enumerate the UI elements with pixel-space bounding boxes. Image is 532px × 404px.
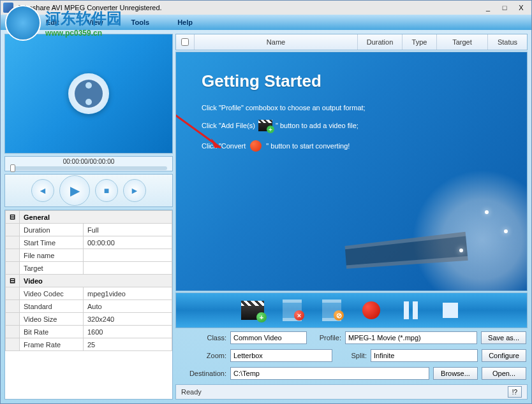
prop-val[interactable] — [84, 249, 172, 262]
add-file-button[interactable]: + — [240, 298, 265, 323]
clapperboard-add-icon: + — [258, 119, 273, 132]
prev-button[interactable]: ◄ — [31, 179, 54, 202]
col-type[interactable]: Type — [402, 34, 436, 50]
prop-key: Duration — [20, 224, 84, 236]
gs-text: " button to add a video file; — [276, 122, 358, 129]
prop-key: Video Size — [20, 313, 84, 326]
prop-key: Video Codec — [20, 287, 84, 300]
sparkle-icon — [459, 249, 463, 252]
minimize-button[interactable]: _ — [480, 2, 496, 13]
prop-val[interactable]: 00:00:00 — [84, 236, 172, 249]
browse-button[interactable]: Browse... — [433, 367, 478, 380]
prop-val[interactable]: 1600 — [84, 326, 172, 338]
gs-line-convert: Click "Convert " button to start convert… — [202, 140, 501, 152]
film-reel-icon — [68, 73, 109, 114]
next-button[interactable]: ► — [123, 179, 146, 202]
zoom-select[interactable]: Letterbox — [230, 349, 332, 362]
disc-decoration-icon — [412, 170, 528, 291]
group-video-label: Video — [20, 275, 172, 287]
prop-key: Bit Rate — [20, 326, 84, 338]
select-all-checkbox[interactable] — [181, 38, 189, 46]
split-label: Split: — [336, 352, 367, 359]
gs-text: Click "Convert — [202, 142, 246, 150]
menu-edit[interactable]: Edit — [46, 18, 59, 26]
stop-button[interactable]: ■ — [95, 179, 118, 202]
prop-val[interactable]: mpeg1video — [84, 287, 172, 300]
split-select[interactable]: Infinite — [371, 349, 478, 362]
app-icon — [3, 3, 13, 13]
menubar: File Edit View Tools Help — [1, 15, 531, 30]
sparkle-icon — [485, 210, 489, 214]
class-label: Class: — [177, 334, 226, 342]
open-button[interactable]: Open... — [482, 367, 526, 380]
file-list-header: Name Duration Type Target Status — [175, 34, 528, 50]
menu-help[interactable]: Help — [177, 18, 193, 26]
prop-key: Target — [20, 262, 84, 275]
profile-select[interactable]: MPEG-1 Movie (*.mpg) — [345, 331, 477, 344]
gs-text: Click "Profile" combobox to choose an ou… — [202, 104, 366, 112]
gs-text: Click "Add File(s) — [202, 122, 255, 129]
main-toolbar: + × ⊘ — [175, 292, 528, 328]
prop-key: Start Time — [20, 236, 84, 249]
col-duration[interactable]: Duration — [357, 34, 402, 50]
prop-val[interactable]: Full — [84, 224, 172, 236]
configure-button[interactable]: Configure — [482, 349, 526, 362]
getting-started-panel: Getting Started Click "Profile" combobox… — [175, 52, 528, 291]
timeline-time: 00:00:00/00:00:00 — [63, 158, 115, 165]
prop-key: Standard — [20, 300, 84, 313]
class-select[interactable]: Common Video — [230, 331, 307, 344]
menu-tools[interactable]: Tools — [131, 18, 150, 26]
zoom-label: Zoom: — [177, 352, 226, 359]
profile-label: Profile: — [311, 334, 341, 342]
col-target[interactable]: Target — [436, 34, 487, 50]
clear-files-button[interactable]: ⊘ — [319, 298, 344, 323]
status-help-button[interactable]: !? — [508, 386, 522, 398]
convert-button[interactable] — [358, 298, 384, 323]
video-preview — [4, 34, 173, 154]
properties-grid[interactable]: ⊟General DurationFull Start Time00:00:00… — [4, 210, 173, 400]
window-title: Joboshare AVI MPEG Converter Unregistere… — [17, 4, 480, 11]
prop-key: Frame Rate — [20, 338, 84, 351]
close-button[interactable]: X — [514, 2, 529, 13]
gs-line-profile: Click "Profile" combobox to choose an ou… — [202, 104, 501, 112]
destination-input[interactable] — [230, 367, 429, 380]
group-general-label: General — [20, 211, 172, 224]
prop-val[interactable] — [84, 262, 172, 275]
play-button[interactable]: ▶ — [59, 175, 90, 206]
prop-val[interactable]: 25 — [84, 338, 172, 351]
menu-file[interactable]: File — [6, 18, 18, 26]
getting-started-title: Getting Started — [202, 71, 501, 91]
timeline-track[interactable] — [10, 166, 167, 170]
status-text: Ready — [181, 388, 508, 396]
sparkle-icon — [504, 229, 508, 233]
col-name[interactable]: Name — [194, 34, 357, 50]
col-status[interactable]: Status — [487, 34, 527, 50]
maximize-button[interactable]: □ — [497, 2, 512, 13]
group-toggle-video[interactable]: ⊟ — [6, 275, 20, 287]
save-as-button[interactable]: Save as... — [481, 331, 526, 344]
prop-val[interactable]: Auto — [84, 300, 172, 313]
titlebar: Joboshare AVI MPEG Converter Unregistere… — [1, 1, 531, 15]
prop-val[interactable]: 320x240 — [84, 313, 172, 326]
prop-key: File name — [20, 249, 84, 262]
convert-ball-icon — [248, 140, 263, 152]
timeline-thumb[interactable] — [10, 164, 15, 172]
group-toggle-general[interactable]: ⊟ — [6, 211, 20, 224]
timeline[interactable]: 00:00:00/00:00:00 — [4, 156, 173, 171]
menu-view[interactable]: View — [87, 18, 103, 26]
player-controls: ◄ ▶ ■ ► — [4, 174, 173, 207]
gs-line-addfile: Click "Add File(s) + " button to add a v… — [202, 119, 501, 132]
remove-file-button[interactable]: × — [279, 298, 305, 323]
gs-text: " button to start converting! — [266, 142, 350, 150]
status-bar: Ready !? — [175, 384, 528, 400]
destination-label: Destination: — [177, 370, 226, 377]
pause-button[interactable] — [398, 298, 424, 323]
stop-convert-button[interactable] — [438, 298, 463, 323]
